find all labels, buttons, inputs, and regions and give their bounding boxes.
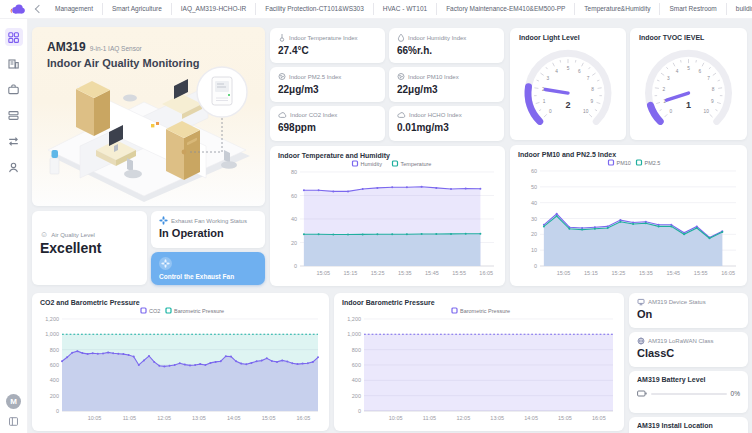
control-exhaust-fan-button[interactable]: Control the Exhaust Fan <box>151 252 265 285</box>
chart-title: Indoor Barometric Pressure <box>339 299 619 306</box>
svg-text:0: 0 <box>669 109 672 114</box>
temperature-value: 27.4°C <box>278 45 377 56</box>
temperature-humidity-chart: 02040608015:0515:1515:2515:3515:4515:551… <box>275 159 500 279</box>
svg-text:2: 2 <box>565 100 570 110</box>
device-status-card: AM319 Device Status On <box>629 293 748 328</box>
pm10-metric-card: Indoor PM10 Index 22μg/m3 <box>389 67 504 102</box>
humidity-metric-card: Indoor Humidity Index 66%r.h. <box>389 28 504 63</box>
barometric-chart-card: Indoor Barometric Pressure 0200400600800… <box>334 293 624 431</box>
tab-management[interactable]: Management <box>46 3 102 15</box>
co2-pressure-chart: 02004006008001,0001,20010:0511:0512:0513… <box>37 306 324 424</box>
tab-factory-maintenance[interactable]: Factory Maintenance-EM410&EM500-PP <box>436 3 574 15</box>
svg-text:13:05: 13:05 <box>192 415 206 421</box>
tab-smart-restroom[interactable]: Smart Restroom <box>659 3 725 15</box>
svg-text:7: 7 <box>707 76 710 81</box>
pm10-pm25-chart: 010203040506015:0515:1515:2515:3515:4515… <box>515 158 742 279</box>
svg-text:0: 0 <box>358 408 361 414</box>
collapse-sidebar-icon[interactable] <box>8 416 19 427</box>
svg-text:600: 600 <box>352 362 361 368</box>
svg-text:10:05: 10:05 <box>389 415 403 421</box>
sidebar-item-devices[interactable] <box>5 54 23 72</box>
lorawan-value: ClassC <box>637 347 740 359</box>
temperature-metric-card: Indoor Temperature Index 27.4°C <box>270 28 385 63</box>
svg-text:0: 0 <box>549 109 552 114</box>
svg-text:1,200: 1,200 <box>347 316 361 322</box>
svg-text:1,200: 1,200 <box>45 316 59 322</box>
battery-progress-track <box>651 393 727 395</box>
tabs-scroll-left-icon[interactable] <box>35 5 43 13</box>
fan-status-label: Exhaust Fan Working Status <box>171 218 247 224</box>
tab-temperature-humidity[interactable]: Temperature&Humidity <box>574 3 659 15</box>
svg-text:16:05: 16:05 <box>297 415 311 421</box>
metric-label: Indoor PM2.5 Index <box>289 74 341 80</box>
svg-text:15:05: 15:05 <box>557 270 571 276</box>
svg-text:15:35: 15:35 <box>639 270 653 276</box>
svg-text:10: 10 <box>704 109 710 114</box>
svg-text:10:05: 10:05 <box>88 415 102 421</box>
tab-iaq-am319-hcho-ir[interactable]: IAQ_AM319-HCHO-IR <box>171 3 255 15</box>
humidity-value: 66%r.h. <box>397 45 496 56</box>
sidebar-item-toolbox[interactable] <box>5 80 23 98</box>
svg-text:80: 80 <box>291 169 297 175</box>
svg-text:CO2: CO2 <box>149 308 160 314</box>
svg-text:200: 200 <box>352 393 361 399</box>
svg-text:60: 60 <box>531 168 537 174</box>
svg-text:Barometric Pressure: Barometric Pressure <box>174 308 224 314</box>
sidebar-item-workflow[interactable] <box>5 132 23 150</box>
svg-text:3: 3 <box>546 76 549 81</box>
hcho-metric-card: Indoor HCHO Index 0.01mg/m3 <box>389 106 504 141</box>
tvoc-gauge-card: Indoor TVOC lEVEL 0123456789101 <box>630 28 747 140</box>
sidebar-item-dashboard[interactable] <box>5 28 23 46</box>
user-avatar[interactable]: M <box>6 394 21 409</box>
svg-text:14:05: 14:05 <box>524 415 538 421</box>
tab-smart-agriculture[interactable]: Smart Agriculture <box>102 3 171 15</box>
sidebar-item-gateway[interactable] <box>5 106 23 124</box>
svg-text:0: 0 <box>56 408 59 414</box>
co2-value: 698ppm <box>278 122 377 133</box>
svg-text:10: 10 <box>531 247 537 253</box>
gateway-icon <box>7 109 20 122</box>
svg-text:20: 20 <box>291 240 297 246</box>
hero-text: AM319 9-in-1 IAQ Sensor Indoor Air Quali… <box>47 40 199 69</box>
tab-facility-protection[interactable]: Facility Protection-CT101&WS303 <box>255 3 373 15</box>
svg-text:1: 1 <box>543 99 546 104</box>
metric-label: Indoor Humidity Index <box>408 35 466 41</box>
co2-metric-card: Indoor CO2 Index 698ppm <box>270 106 385 141</box>
svg-text:Barometric Pressure: Barometric Pressure <box>460 308 510 314</box>
device-monitor-icon <box>637 298 645 306</box>
svg-text:15:05: 15:05 <box>262 415 276 421</box>
tab-hvac-wt101[interactable]: HVAC - WT101 <box>373 3 436 15</box>
device-status-value: On <box>637 308 740 320</box>
svg-text:PM2.5: PM2.5 <box>645 160 661 166</box>
fan-icon <box>161 259 170 268</box>
svg-text:30: 30 <box>531 216 537 222</box>
metric-label: Indoor HCHO Index <box>409 112 462 118</box>
svg-text:400: 400 <box>352 377 361 383</box>
toolbox-icon <box>7 83 20 96</box>
tvoc-gauge: 0123456789101 <box>636 41 741 134</box>
pm25-metric-card: Indoor PM2.5 Index 22μg/m3 <box>270 67 385 102</box>
top-navbar: Management Smart Agriculture IAQ_AM319-H… <box>0 0 752 19</box>
dashboard-app: Management Smart Agriculture IAQ_AM319-H… <box>0 0 752 433</box>
metric-label: Indoor PM10 Index <box>408 74 459 80</box>
svg-text:9: 9 <box>711 99 714 104</box>
svg-text:16:05: 16:05 <box>479 270 493 276</box>
tab-building[interactable]: building <box>726 3 752 15</box>
brand-logo[interactable] <box>0 3 34 16</box>
chart-title: Indoor Temperature and Humidity <box>275 152 500 159</box>
svg-text:3: 3 <box>667 76 670 81</box>
isometric-office-illustration <box>32 62 265 206</box>
hcho-value: 0.01mg/m3 <box>397 122 496 133</box>
battery-icon <box>637 390 647 397</box>
sidebar-item-user[interactable] <box>5 158 23 176</box>
battery-percent: 0% <box>731 390 740 397</box>
svg-text:40: 40 <box>531 200 537 206</box>
pm25-icon <box>278 72 286 81</box>
device-status-label: AM319 Device Status <box>648 299 706 305</box>
install-location-card: AM319 Install Location Second Floor, Are… <box>629 417 748 433</box>
pm10-value: 22μg/m3 <box>397 84 496 95</box>
pm-chart-card: Indoor PM10 and PN2.5 Index 010203040506… <box>510 145 747 286</box>
battery-label: AM319 Battery Level <box>637 376 740 383</box>
svg-text:Temperature: Temperature <box>401 161 432 167</box>
svg-text:4: 4 <box>555 69 558 74</box>
